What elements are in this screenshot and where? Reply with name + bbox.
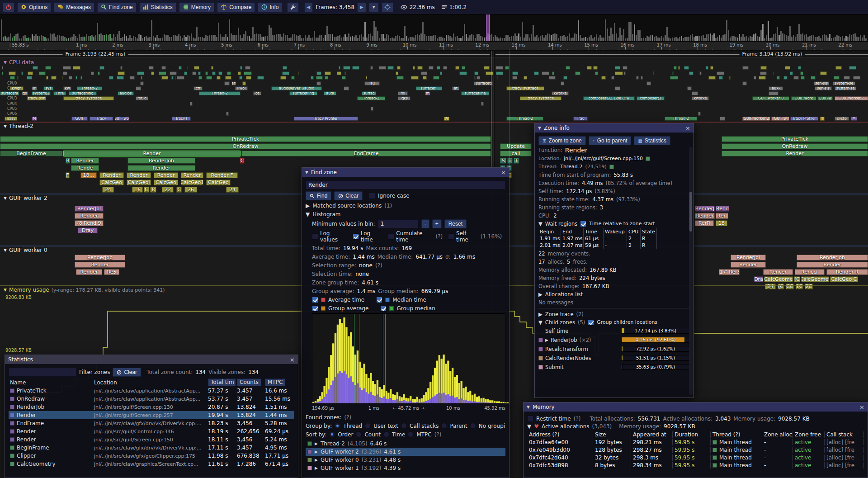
cpu-activity-zone[interactable] [206, 76, 212, 80]
section-header-cpu[interactable]: ▼CPU data [4, 59, 34, 66]
cpu-activity-zone[interactable] [73, 66, 80, 70]
zone[interactable]: Trac [573, 117, 588, 121]
column-header[interactable]: Appeared at [631, 431, 673, 438]
histogram-plot[interactable] [312, 313, 505, 404]
zone[interactable]: Render F [206, 172, 238, 178]
child-zone-row[interactable]: RecalcTransform72.92 μs (1.62%) [538, 345, 690, 353]
statistics-table-row[interactable]: Renderjni/../jni/src/guif/Screen.cpp:257… [9, 411, 294, 419]
zone[interactable]: 8 [150, 187, 156, 193]
zone[interactable]: EndFrame [241, 151, 491, 156]
zone[interactable]: PrivateTick [0, 136, 491, 142]
zone[interactable]: GUIF worker 2 [835, 96, 868, 100]
cpu-activity-zone[interactable] [370, 66, 373, 70]
zone[interactable]: ot [253, 91, 261, 95]
zone[interactable]: CC [786, 284, 794, 289]
child-zone-row[interactable]: ▶RenderJob(×2)4.16 ms (92.60%) [538, 336, 690, 344]
ignore-case-checkbox[interactable] [369, 193, 375, 199]
statistics-table-row[interactable]: Renderjni/../jni/src/guif/Control.cpp:34… [9, 427, 294, 435]
log-values-checkbox[interactable] [312, 233, 318, 240]
cpu-activity-zone[interactable] [699, 71, 701, 75]
cpu-activity-zone[interactable] [421, 71, 427, 75]
zone[interactable]: kw [63, 86, 71, 90]
cpu-activity-zone[interactable] [429, 66, 434, 70]
zone[interactable]: Tracy [90, 117, 113, 121]
cpu-activity-zone[interactable] [411, 76, 419, 80]
cpu-activity-zone[interactable] [33, 66, 38, 70]
cpu-activity-zone[interactable] [496, 71, 503, 75]
zone[interactable]: 18… [80, 172, 97, 178]
zone[interactable]: composer@ [637, 96, 665, 100]
zone[interactable]: 26 [184, 187, 197, 193]
column-header-counts[interactable]: Counts [236, 379, 264, 386]
zone[interactable]: RenderJob [127, 158, 195, 164]
cpu-activity-zone[interactable] [387, 66, 393, 70]
cpu-activity-zone[interactable] [719, 76, 723, 80]
zone[interactable]: Thread-2 [77, 86, 102, 90]
zone[interactable]: RenderJol [731, 255, 766, 260]
cpu-activity-zone[interactable] [684, 66, 689, 70]
statistics-table-row[interactable]: EndFramejni/../jni/src/claw/gfx/drv/vk/D… [9, 419, 294, 427]
tools-button[interactable] [287, 2, 299, 12]
zone[interactable]: RerR [695, 220, 714, 226]
zone[interactable]: C [144, 187, 149, 193]
cpu-activity-zone[interactable] [171, 76, 174, 80]
cumulate-time-checkbox[interactable] [388, 233, 394, 240]
cpu-activity-zone[interactable] [291, 76, 295, 80]
legend-checkbox[interactable] [312, 297, 318, 303]
zone[interactable]: 24 [765, 284, 776, 289]
zone[interactable]: lau [364, 81, 380, 85]
zone[interactable]: Tracy Profiler [294, 117, 358, 121]
cpu-activity-zone[interactable] [141, 76, 142, 80]
statistics-table-row[interactable]: BeginFramejni/../jni/src/claw/gfx/drv/vk… [9, 444, 294, 452]
zone[interactable]: lgks [398, 96, 410, 100]
cpu-activity-zone[interactable] [161, 66, 166, 70]
cpu-activity-zone[interactable] [170, 71, 176, 75]
cpu-activity-zone[interactable] [512, 76, 518, 80]
cpu-activity-zone[interactable] [98, 71, 100, 75]
cpu-activity-zone[interactable] [754, 76, 756, 80]
find-zone-button[interactable]: Find zone [97, 2, 137, 12]
cpu-activity-zone[interactable] [729, 76, 731, 80]
cpu-activity-zone[interactable] [474, 71, 478, 75]
zone[interactable]: Render [127, 172, 151, 178]
zone[interactable]: Render R [826, 269, 868, 275]
cpu-activity-zone[interactable] [39, 71, 46, 75]
zone[interactable]: Render [181, 172, 203, 178]
zone[interactable]: aux- [769, 86, 783, 90]
cpu-activity-zone[interactable] [177, 76, 184, 80]
zone[interactable]: CalcGeo C [830, 276, 858, 282]
zone[interactable]: sen-sis [815, 86, 832, 90]
cpu-activity-zone[interactable] [811, 76, 815, 80]
zone[interactable]: surfacefline [461, 91, 489, 95]
prev-frame-button[interactable]: ◀ [304, 2, 313, 12]
collapse-icon[interactable]: ▼ [305, 170, 308, 175]
zone[interactable]: RenderJob [75, 255, 125, 260]
cpu-activity-zone[interactable] [245, 66, 250, 70]
section-header-guif2[interactable]: ▼GUIF worker 2 [4, 195, 47, 201]
statistics-table-row[interactable]: Renderjni/../jni/src/guif/Screen.cpp:150… [9, 435, 294, 444]
zone[interactable]: M [32, 117, 37, 121]
cpu-activity-zone[interactable] [549, 76, 556, 80]
zone[interactable]: rot_d [136, 96, 148, 100]
zone[interactable]: surfacefli [416, 86, 442, 90]
cpu-activity-zone[interactable] [45, 66, 51, 70]
zone-unnamed[interactable] [561, 81, 564, 85]
options-button[interactable]: Options [17, 2, 51, 12]
cpu-activity-zone[interactable] [708, 76, 716, 80]
cpu-activity-zone[interactable] [835, 66, 842, 70]
cpu-activity-zone[interactable] [80, 76, 82, 80]
cpu-activity-zone[interactable] [706, 66, 708, 70]
cpu-activity-zone[interactable] [187, 66, 188, 70]
zone-unnamed[interactable] [687, 86, 692, 90]
matched-source-locations-header[interactable]: ▶ Matched source locations(1) [306, 202, 505, 209]
cpu-activity-zone[interactable] [151, 71, 154, 75]
zone[interactable]: BeginFrame [0, 151, 62, 156]
cpu-activity-zone[interactable] [9, 71, 16, 75]
cpu-activity-zone[interactable] [587, 66, 592, 70]
compare-button[interactable]: Compare [217, 2, 255, 12]
child-zones-header[interactable]: ▼Child zones(5)Group children locations [538, 319, 690, 326]
power-button[interactable] [3, 2, 14, 12]
scrollbar[interactable] [689, 147, 693, 395]
sort-by-radio-order[interactable] [329, 431, 335, 437]
zone[interactable]: cfr [193, 86, 203, 90]
